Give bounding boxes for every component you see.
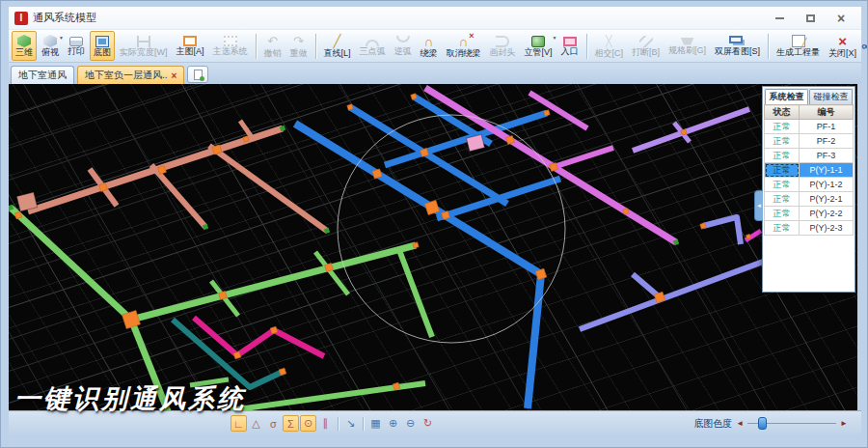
chroma-slider-thumb[interactable] [758,417,767,430]
main-toolbar: 三维俯视▼打印底图实际宽度[W]主图[A]主选系统撤销重做直线[L]三点弧逆弧绕… [9,30,861,63]
duct-segment-orchid[interactable] [529,93,587,128]
duct-id-cell: P(Y)-1-2 [800,178,854,192]
duct-segment-pink[interactable] [194,318,324,356]
view-top-icon [43,35,57,47]
table-row[interactable]: 正常P(Y)-1-2 [765,178,854,192]
center-snap-button[interactable]: ⊙ [300,415,316,432]
toolbar-button-base-map[interactable]: 底图 [90,31,115,61]
cad-underlay [9,84,857,410]
toolbar-button-generate-quantity[interactable]: 生成工程量 [773,31,824,61]
toolbar-button-intersect[interactable]: 相交[C] [591,31,628,61]
fit-view-button[interactable]: ▦ [367,415,384,432]
toolbar-button-spec-brush[interactable]: 规格刷[G] [665,31,710,61]
toolbar-button-view-3d[interactable]: 三维 [12,31,37,61]
panel-collapse-handle[interactable]: ◄ [754,190,763,221]
toolbar-button-line[interactable]: 直线[L] [320,31,355,61]
toolbar-button-label: 底图 [94,47,111,58]
check-result-table: 状态编号 正常PF-1正常PF-2正常PF-3正常P(Y)-1-1正常P(Y)-… [764,104,854,236]
text-snap-button[interactable]: Σ [283,415,299,432]
basemap-chroma-control: 底图色度 ◄ ► [693,417,861,431]
panel-tab-collision-check[interactable]: 碰撞检查 [809,89,853,104]
toolbar-button-label: 入口 [561,46,579,57]
toolbar-button-undo[interactable]: 撤销 [260,31,285,61]
window-title: 通风系统模型 [33,11,96,25]
duct-segment-salmon[interactable] [151,165,205,227]
toolbar-button-view-top[interactable]: 俯视▼ [38,31,63,61]
undo-icon [266,34,280,48]
status-cell: 正常 [765,134,800,149]
pin-view-button[interactable] [187,66,208,83]
maximize-button[interactable] [801,11,819,26]
table-row[interactable]: 正常P(Y)-2-2 [765,207,854,221]
toolbar-button-arc-reverse[interactable]: 逆弧 [391,31,416,61]
find-text-group: ∞▼◀▶ [861,38,868,55]
chroma-slider[interactable] [747,417,836,430]
toolbar-button-redo[interactable]: 重做 [286,31,312,61]
tab-basement-vent[interactable]: 地下室通风 [11,66,74,84]
duct-segment-green[interactable] [131,245,416,320]
toolbar-button-end-cap[interactable]: 画封头 [486,31,520,61]
tab-close-icon[interactable]: × [172,70,177,81]
toolbar-button-actual-width[interactable]: 实际宽度[W] [116,31,172,61]
toolbar-button-main-system[interactable]: 主选系统 [209,31,252,61]
toolbar-button-dual-screen[interactable]: 双屏看图[S] [711,31,764,61]
line-icon [331,34,344,48]
orbit-button[interactable]: ↻ [420,415,436,432]
toolbar-button-beam-wrap[interactable]: 绕梁 [417,31,442,61]
table-row[interactable]: 正常P(Y)-2-1 [765,192,854,207]
table-row[interactable]: 正常PF-1 [765,120,854,134]
toolbar-button-label: 立管[V] [525,47,553,58]
duct-segment-salmon[interactable] [209,146,327,231]
toolbar-button-label: 重做 [290,48,308,59]
node-snap-button[interactable]: σ [265,415,282,432]
zoom-out-button[interactable]: ⊖ [402,415,419,432]
duct-segment-orchid[interactable] [554,148,613,167]
toolbar-button-break[interactable]: 打断[B] [628,31,664,61]
toolbar-button-beam-wrap-cancel[interactable]: 取消绕梁 [443,31,485,61]
dropdown-arrow-icon[interactable]: ▼ [553,35,557,41]
duct-junction [411,94,417,99]
toolbar-button-inlet[interactable]: 入口 [557,31,583,61]
chroma-decrease-arrow[interactable]: ◄ [736,419,744,428]
duct-id-cell: P(Y)-2-3 [800,221,854,236]
table-row[interactable]: 正常P(Y)-2-3 [765,221,854,236]
toolbar-button-arc-3pt[interactable]: 三点弧 [356,31,390,61]
chroma-increase-arrow[interactable]: ► [840,419,848,428]
minimize-button[interactable] [771,11,788,26]
table-row[interactable]: 正常PF-2 [765,134,854,149]
toolbar-button-riser[interactable]: 立管[V]▼ [521,31,556,61]
duct-segment-green[interactable] [399,250,432,337]
toolbar-button-main-drawing[interactable]: 主图[A] [173,31,208,61]
watermark-text: 一键识别通风系统 [14,381,246,416]
angle-snap-button[interactable]: △ [248,415,264,432]
toolbar-button-label: 相交[C] [595,48,624,59]
toolbar-button-label: 绕梁 [420,48,438,59]
toolbar-button-close-doc[interactable]: 关闭[X] [825,31,860,61]
window-controls: × [771,11,855,26]
ortho-snap-button[interactable]: ∟ [231,415,247,432]
zoom-in-button[interactable]: ⊕ [385,415,401,432]
duct-segment-teal[interactable] [173,320,283,387]
print-icon [69,37,83,46]
toolbar-button-label: 主图[A] [176,46,204,57]
toolbar-separator [768,34,769,59]
table-row[interactable]: 正常P(Y)-1-1 [765,163,854,178]
duct-segment-blue[interactable] [385,113,547,165]
toolbar-button-label: 画封头 [490,47,516,58]
table-row[interactable]: 正常PF-3 [765,149,854,163]
pan-tool-button[interactable]: ↘ [342,415,359,432]
duct-segment-blue[interactable] [437,179,560,218]
duct-junction [746,234,750,238]
panel-tab-system-check[interactable]: 系统检查 [765,89,808,104]
title-bar: I 通风系统模型 × [9,7,861,30]
parallel-snap-button[interactable]: ∥ [317,415,334,432]
toolbar-button-label: 规格刷[G] [668,45,706,56]
viewport-3d-canvas[interactable] [9,84,857,410]
duct-segment-purple[interactable] [703,217,741,244]
tab-basement-b1-vent[interactable]: 地下室负一层通风..× [77,66,184,84]
close-button[interactable]: × [832,11,850,26]
toolbar-button-label: 逆弧 [394,46,412,57]
status-cell: 正常 [765,120,800,134]
toolbar-button-print[interactable]: 打印 [64,31,89,61]
app-icon: I [14,12,28,25]
